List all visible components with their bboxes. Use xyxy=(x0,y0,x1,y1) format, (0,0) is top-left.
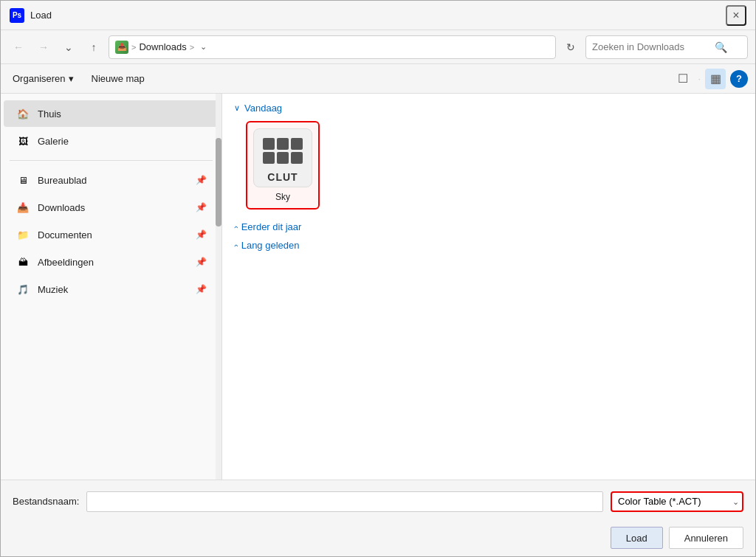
sidebar-divider xyxy=(10,160,213,161)
help-button[interactable]: ? xyxy=(730,70,748,88)
sidebar-item-bureaublad[interactable]: 🖥 Bureaublad 📌 xyxy=(4,167,219,193)
search-box[interactable]: 🔍 xyxy=(585,35,748,59)
file-thumbnail-sky: CLUT xyxy=(253,128,312,187)
sidebar-item-documenten[interactable]: 📁 Documenten 📌 xyxy=(4,221,219,248)
load-dialog: Ps Load × ← → ⌄ ↑ 📥 > Downloads > ⌄ ↻ 🔍 … xyxy=(0,0,756,557)
title-bar-left: Ps Load xyxy=(10,8,52,23)
organise-button[interactable]: Organiseren ▾ xyxy=(8,70,78,87)
refresh-button[interactable]: ↻ xyxy=(560,37,581,58)
view-sep: · xyxy=(698,73,701,84)
sidebar: 🏠 Thuis 🖼 Galerie 🖥 Bureaublad 📌 📥 Downl… xyxy=(1,94,222,480)
gallery-icon: 🖼 xyxy=(16,134,30,148)
desktop-icon: 🖥 xyxy=(16,173,30,187)
up-button[interactable]: ↑ xyxy=(83,37,104,58)
section-label-lang: Lang geleden xyxy=(241,240,300,251)
section-header-lang[interactable]: › Lang geleden xyxy=(234,240,743,251)
breadcrumb-separator2: > xyxy=(190,43,194,52)
section-chevron-lang: › xyxy=(231,244,240,247)
download-icon: 📥 xyxy=(16,200,30,215)
clut-cell-3 xyxy=(291,138,303,150)
section-label-eerder: Eerder dit jaar xyxy=(241,221,302,232)
dropdown-button[interactable]: ⌄ xyxy=(58,37,79,58)
section-header-vandaag[interactable]: ∨ Vandaag xyxy=(234,103,743,114)
breadcrumb-chevron[interactable]: ⌄ xyxy=(200,42,207,52)
sidebar-scrollbar[interactable] xyxy=(216,94,221,480)
window-title: Load xyxy=(30,10,52,21)
toolbar: Organiseren ▾ Nieuwe map ☐ · ▦ ? xyxy=(1,64,755,94)
section-header-eerder[interactable]: › Eerder dit jaar xyxy=(234,221,743,232)
sidebar-item-galerie[interactable]: 🖼 Galerie xyxy=(4,128,219,154)
close-button[interactable]: × xyxy=(726,5,746,26)
file-name-sky: Sky xyxy=(275,192,290,202)
sidebar-item-downloads[interactable]: 📥 Downloads 📌 xyxy=(4,194,219,221)
pin-icon-muziek: 📌 xyxy=(196,284,207,294)
search-icon: 🔍 xyxy=(715,41,727,53)
clut-cell-5 xyxy=(277,152,289,164)
sidebar-item-muziek[interactable]: 🎵 Muziek 📌 xyxy=(4,276,219,302)
pin-icon-downloads: 📌 xyxy=(196,202,207,212)
file-item-sky[interactable]: CLUT Sky xyxy=(246,121,320,210)
folder-icon: 📥 xyxy=(115,41,128,54)
sidebar-label-downloads: Downloads xyxy=(38,202,188,213)
content-area: 🏠 Thuis 🖼 Galerie 🖥 Bureaublad 📌 📥 Downl… xyxy=(1,94,755,480)
sidebar-label-muziek: Muziek xyxy=(38,284,188,295)
sidebar-label-afbeeldingen: Afbeeldingen xyxy=(38,257,188,268)
address-bar: ← → ⌄ ↑ 📥 > Downloads > ⌄ ↻ 🔍 xyxy=(1,30,755,64)
view-panel-button[interactable]: ▦ xyxy=(705,69,726,89)
breadcrumb-separator: > xyxy=(131,43,136,52)
sidebar-scrollbar-thumb[interactable] xyxy=(216,138,221,226)
organise-chevron: ▾ xyxy=(69,73,74,84)
breadcrumb-folder: Downloads xyxy=(139,41,186,52)
pin-icon-afbeeldingen: 📌 xyxy=(196,257,207,267)
section-label-vandaag: Vandaag xyxy=(244,103,282,114)
section-chevron-eerder: › xyxy=(231,226,240,229)
images-icon: 🏔 xyxy=(16,255,30,269)
clut-cell-2 xyxy=(277,138,289,150)
files-grid-vandaag: CLUT Sky xyxy=(234,121,743,210)
action-bar: Load Annuleren xyxy=(1,522,755,556)
clut-label: CLUT xyxy=(267,171,298,183)
load-button[interactable]: Load xyxy=(611,527,663,549)
filename-label: Bestandsnaam: xyxy=(13,496,79,507)
sidebar-item-afbeeldingen[interactable]: 🏔 Afbeeldingen 📌 xyxy=(4,249,219,275)
search-input[interactable] xyxy=(592,41,710,52)
clut-cell-6 xyxy=(291,152,303,164)
sidebar-label-bureaublad: Bureaublad xyxy=(38,175,188,186)
sidebar-label-thuis: Thuis xyxy=(38,108,207,120)
pin-icon-bureaublad: 📌 xyxy=(196,175,207,185)
sidebar-item-thuis[interactable]: 🏠 Thuis xyxy=(4,100,219,127)
back-button[interactable]: ← xyxy=(8,37,29,58)
pin-icon-documenten: 📌 xyxy=(196,229,207,240)
filename-input[interactable] xyxy=(86,491,603,512)
file-panel: ∨ Vandaag CLUT xyxy=(222,94,755,480)
filetype-select[interactable]: Color Table (*.ACT) All Files (*.*) xyxy=(611,491,743,512)
view-icon-button[interactable]: ☐ xyxy=(673,69,693,89)
sidebar-label-galerie: Galerie xyxy=(38,136,207,147)
forward-button[interactable]: → xyxy=(33,37,54,58)
toolbar-right: ☐ · ▦ ? xyxy=(673,69,748,89)
cancel-button[interactable]: Annuleren xyxy=(669,527,743,549)
clut-cell-1 xyxy=(263,138,275,150)
new-folder-button[interactable]: Nieuwe map xyxy=(87,70,149,87)
clut-cell-4 xyxy=(263,152,275,164)
organise-label: Organiseren xyxy=(13,73,66,84)
title-bar: Ps Load × xyxy=(1,1,755,30)
bottom-bar: Bestandsnaam: Color Table (*.ACT) All Fi… xyxy=(1,480,755,522)
ps-logo: Ps xyxy=(10,8,24,23)
new-folder-label: Nieuwe map xyxy=(92,73,145,84)
clut-grid xyxy=(258,134,307,168)
sidebar-label-documenten: Documenten xyxy=(38,229,188,241)
breadcrumb[interactable]: 📥 > Downloads > ⌄ xyxy=(109,35,556,59)
filetype-wrapper: Color Table (*.ACT) All Files (*.*) ⌄ xyxy=(611,491,743,512)
music-icon: 🎵 xyxy=(16,282,30,297)
home-icon: 🏠 xyxy=(16,106,30,121)
documents-icon: 📁 xyxy=(16,227,30,242)
section-chevron-vandaag: ∨ xyxy=(234,103,240,113)
